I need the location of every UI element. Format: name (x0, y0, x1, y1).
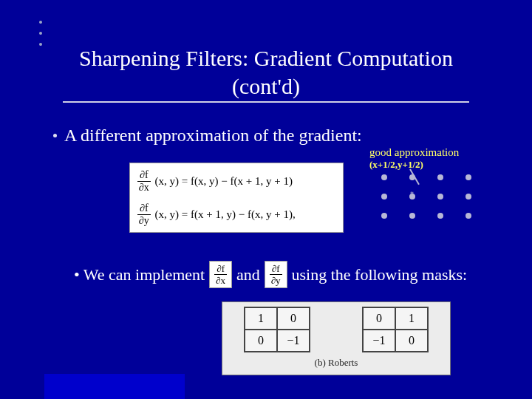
dfdy-fraction: ∂f ∂y (137, 203, 151, 226)
mask-left-10: 0 (245, 330, 277, 352)
accent-dots (39, 21, 42, 46)
implement-prefix: • We can implement (74, 265, 205, 284)
title-line-1: Sharpening Filters: Gradient Computation (0, 44, 532, 72)
bullet-dot-icon (53, 134, 57, 137)
pixel-grid-icon (381, 174, 485, 232)
mask-left-00: 1 (245, 307, 277, 330)
roberts-masks: 1 0 0 −1 0 1 −1 0 (b) Roberts (222, 301, 451, 375)
title-underline (63, 101, 469, 103)
implement-and: and (236, 265, 260, 284)
implement-sentence: • We can implement ∂f ∂x and ∂f ∂y using… (74, 261, 467, 288)
masks-caption: (b) Roberts (315, 357, 358, 369)
approx-note-line-1: good approximation (369, 146, 459, 159)
dfdx-fraction: ∂f ∂x (137, 170, 151, 193)
dfdx-body: (x, y) = f(x, y) − f(x + 1, y + 1) (155, 175, 293, 188)
mask-right-10: −1 (363, 330, 395, 352)
partial-x-box: ∂f ∂x (209, 261, 232, 288)
implement-suffix: using the following masks: (292, 265, 468, 284)
partial-y-box: ∂f ∂y (265, 261, 287, 288)
gradient-equations: ∂f ∂x (x, y) = f(x, y) − f(x + 1, y + 1)… (129, 163, 344, 233)
mask-left-01: 0 (277, 307, 310, 330)
slide-title: Sharpening Filters: Gradient Computation… (0, 44, 532, 103)
bullet-1: A different approximation of the gradien… (53, 126, 362, 146)
footer-accent-bar (44, 374, 185, 399)
mask-left: 1 0 0 −1 (244, 307, 310, 352)
approx-note-line-2: (x+1/2,y+1/2) (369, 159, 459, 171)
mask-left-11: −1 (277, 330, 310, 352)
mask-right: 0 1 −1 0 (362, 307, 429, 352)
approximation-note: good approximation (x+1/2,y+1/2) (369, 146, 459, 171)
mask-right-00: 0 (363, 307, 395, 330)
equation-dfdy: ∂f ∂y (x, y) = f(x + 1, y) − f(x, y + 1)… (137, 203, 335, 226)
title-line-2: (cont'd) (0, 72, 532, 100)
mask-right-11: 0 (395, 330, 428, 352)
equation-dfdx: ∂f ∂x (x, y) = f(x, y) − f(x + 1, y + 1) (137, 170, 335, 193)
mask-right-01: 1 (395, 307, 428, 330)
dfdy-body: (x, y) = f(x + 1, y) − f(x, y + 1), (155, 208, 296, 221)
bullet-1-text: A different approximation of the gradien… (64, 126, 362, 146)
